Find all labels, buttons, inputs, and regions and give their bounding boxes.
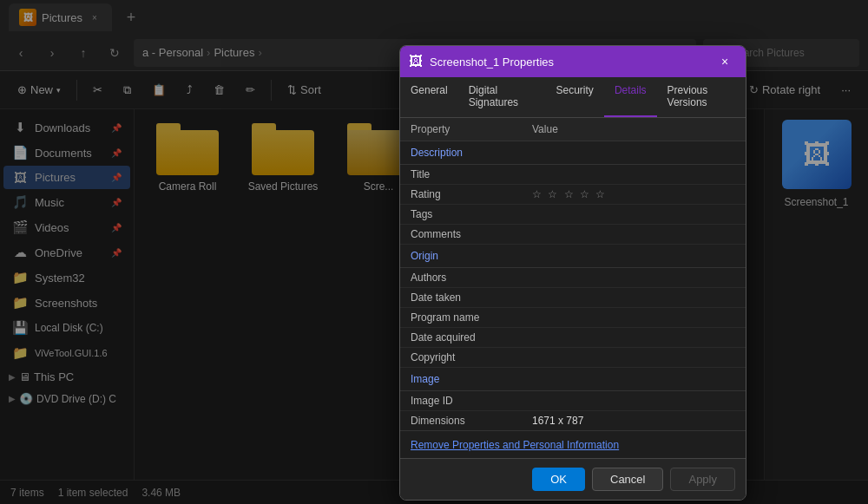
table-row: Title <box>400 165 746 185</box>
section-image: Image <box>400 368 746 391</box>
prop-value <box>522 328 746 348</box>
dialog-title-text: Screenshot_1 Properties <box>430 56 706 69</box>
dialog-buttons: OK Cancel Apply <box>400 458 746 500</box>
table-row: Date taken <box>400 288 746 308</box>
tab-security[interactable]: Security <box>546 77 604 117</box>
col-property: Property <box>400 118 522 141</box>
tab-general[interactable]: General <box>400 77 458 117</box>
table-row: Copyright <box>400 348 746 368</box>
table-row: Image ID <box>400 391 746 411</box>
dialog-title-icon: 🖼 <box>409 54 423 69</box>
prop-value <box>522 348 746 368</box>
tab-details[interactable]: Details <box>604 77 657 117</box>
remove-properties-link[interactable]: Remove Properties and Personal Informati… <box>411 439 619 451</box>
table-row: Authors <box>400 268 746 288</box>
tab-previous-versions[interactable]: Previous Versions <box>657 77 746 117</box>
section-description: Description <box>400 141 746 165</box>
prop-label: Tags <box>400 205 522 225</box>
prop-label: Date acquired <box>400 328 522 348</box>
dialog-close-button[interactable]: × <box>713 49 737 74</box>
prop-label: Dimensions <box>400 411 522 431</box>
dialog-scroll-area[interactable]: Property Value Description Title Rating … <box>400 118 746 430</box>
prop-label: Authors <box>400 268 522 288</box>
table-row: Rating ☆ ☆ ☆ ☆ ☆ <box>400 185 746 205</box>
prop-label: Copyright <box>400 348 522 368</box>
cancel-button[interactable]: Cancel <box>592 468 663 491</box>
apply-button[interactable]: Apply <box>670 468 735 491</box>
col-value: Value <box>522 118 746 141</box>
prop-value-stars: ☆ ☆ ☆ ☆ ☆ <box>522 185 746 205</box>
prop-value <box>522 225 746 245</box>
properties-table: Property Value Description Title Rating … <box>400 118 746 430</box>
prop-value <box>522 205 746 225</box>
section-origin: Origin <box>400 245 746 268</box>
prop-value <box>522 391 746 411</box>
prop-label: Program name <box>400 308 522 328</box>
dialog-title-bar: 🖼 Screenshot_1 Properties × <box>400 46 746 77</box>
prop-value <box>522 268 746 288</box>
prop-label: Title <box>400 165 522 185</box>
tab-digital-signatures[interactable]: Digital Signatures <box>458 77 546 117</box>
prop-label: Image ID <box>400 391 522 411</box>
prop-value <box>522 308 746 328</box>
dialog-link-area: Remove Properties and Personal Informati… <box>400 430 746 458</box>
prop-label: Date taken <box>400 288 522 308</box>
prop-value <box>522 165 746 185</box>
dialog-tabs: General Digital Signatures Security Deta… <box>400 77 746 118</box>
table-row: Dimensions 1671 x 787 <box>400 411 746 431</box>
prop-label: Comments <box>400 225 522 245</box>
ok-button[interactable]: OK <box>532 468 585 491</box>
table-row: Tags <box>400 205 746 225</box>
prop-label: Rating <box>400 185 522 205</box>
table-row: Program name <box>400 308 746 328</box>
prop-value: 1671 x 787 <box>522 411 746 431</box>
properties-dialog: 🖼 Screenshot_1 Properties × General Digi… <box>399 45 746 501</box>
prop-value <box>522 288 746 308</box>
table-row: Date acquired <box>400 328 746 348</box>
table-row: Comments <box>400 225 746 245</box>
